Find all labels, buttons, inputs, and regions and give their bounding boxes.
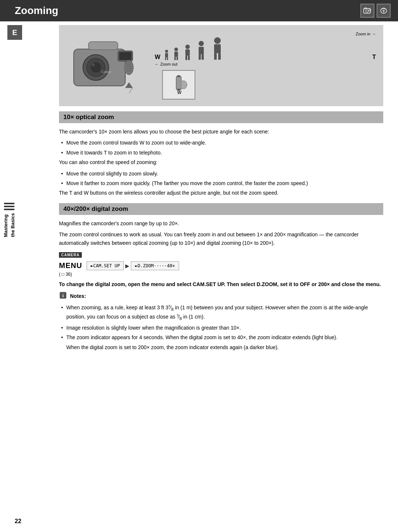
optical-speed-intro: You can also control the speed of zoomin… [59, 158, 383, 166]
page: Zooming [0, 0, 398, 532]
digital-zoom-header: 40×/200× digital zoom [59, 203, 383, 215]
zoom-in-label: Zoom in [356, 32, 370, 36]
note-1: When zooming, as a rule, keep at least 3… [59, 303, 383, 322]
svg-text:Canon: Canon [101, 70, 111, 74]
page-title: Zooming [15, 5, 58, 17]
svg-point-30 [185, 45, 190, 49]
svg-point-16 [125, 60, 133, 75]
svg-rect-37 [202, 54, 204, 60]
optical-bullet-2: Move it towards T to zoom in to telephot… [59, 149, 383, 157]
svg-rect-36 [199, 54, 201, 60]
zoom-lever-icon: W [166, 72, 192, 98]
svg-rect-32 [185, 56, 187, 60]
svg-rect-25 [167, 58, 168, 60]
figure-4 [195, 41, 207, 60]
svg-text:i: i [62, 293, 64, 298]
menu-row: MENU ►CAM.SET UP ▶ ►D.ZOOM·····40× [59, 261, 383, 270]
zoom-out-label: Zoom out [160, 62, 177, 66]
svg-rect-28 [174, 57, 176, 60]
sidebar-lines [4, 203, 14, 210]
page-header: Zooming [0, 0, 398, 21]
figure-3 [182, 44, 193, 60]
svg-rect-24 [165, 58, 166, 60]
camera-badge: CAMERA [59, 252, 82, 258]
svg-rect-6 [383, 11, 384, 12]
svg-rect-23 [165, 53, 168, 58]
svg-text:W: W [177, 90, 182, 95]
bold-instruction: To change the digital zoom, open the men… [59, 281, 383, 288]
t-label: T [372, 54, 376, 60]
svg-rect-29 [177, 57, 178, 60]
camcorder-illustration: Canon [66, 31, 147, 101]
notes-header: i Notes: [59, 291, 383, 301]
sidebar-text-basics: the Basics [10, 213, 15, 237]
optical-bullet-1: Move the zoom control towards W to zoom … [59, 139, 383, 147]
svg-point-2 [366, 10, 369, 13]
svg-rect-41 [218, 53, 221, 60]
optical-intro: The camcorder's 10× zoom lens allows you… [59, 128, 383, 136]
svg-rect-42 [176, 76, 181, 90]
svg-rect-33 [188, 56, 190, 60]
illustration-area: Canon [59, 25, 383, 106]
digital-intro-2: The zoom control continues to work as us… [59, 230, 383, 247]
svg-rect-27 [174, 52, 178, 57]
optical-bullet-3: Move the control slightly to zoom slowly… [59, 170, 383, 178]
svg-point-22 [165, 50, 168, 53]
svg-rect-40 [214, 53, 217, 60]
menu-item-2: ►D.ZOOM·····40× [131, 261, 179, 270]
remote-icon [377, 4, 391, 18]
figure-2 [172, 47, 180, 60]
figure-5 [210, 37, 225, 60]
svg-rect-5 [383, 10, 385, 11]
optical-wireless-note: The T and W buttons on the wireless cont… [59, 189, 383, 197]
zoom-diagram: Zoom in → W [147, 32, 376, 100]
header-icons [360, 4, 391, 18]
svg-point-38 [214, 37, 221, 44]
digital-intro-1: Magnifies the camcorder's zoom range by … [59, 219, 383, 227]
camera-icon [360, 4, 374, 18]
menu-label: MENU [59, 261, 82, 270]
svg-rect-13 [119, 52, 132, 60]
notes-icon: i [59, 291, 67, 301]
chapter-sidebar: Mastering the Basics [0, 203, 18, 237]
optical-zoom-title: 10× optical zoom [63, 114, 114, 121]
notes-label: Notes: [70, 293, 86, 299]
svg-point-34 [199, 41, 204, 46]
note-3: The zoom indicator appears for 4 seconds… [59, 333, 383, 341]
svg-point-26 [174, 48, 178, 51]
svg-point-11 [92, 63, 95, 66]
chapter-letter: E [7, 25, 22, 40]
optical-zoom-header: 10× optical zoom [59, 111, 383, 123]
svg-rect-14 [88, 42, 118, 50]
figure-1 [163, 49, 170, 60]
svg-rect-31 [185, 49, 190, 56]
menu-arrow-1: ▶ [125, 263, 129, 269]
page-number: 22 [15, 518, 21, 525]
camera-badge-area: CAMERA [59, 251, 383, 259]
sidebar-text-mastering: Mastering [3, 213, 8, 237]
optical-bullet-4: Move it farther to zoom more quickly. (T… [59, 179, 383, 187]
main-content: Canon [48, 21, 398, 359]
zoom-control-box: W [162, 70, 195, 100]
menu-item-1: ►CAM.SET UP [87, 261, 124, 270]
svg-rect-39 [214, 44, 221, 53]
note-3-cont: When the digital zoom is set to 200× zoo… [59, 343, 383, 351]
menu-note: ( □ 36) [59, 272, 383, 277]
w-label: W [155, 54, 160, 60]
left-sidebar: E [0, 21, 29, 359]
svg-rect-35 [199, 47, 204, 54]
digital-zoom-title: 40×/200× digital zoom [63, 205, 128, 212]
note-2: Image resolution is slightly lower when … [59, 324, 383, 332]
